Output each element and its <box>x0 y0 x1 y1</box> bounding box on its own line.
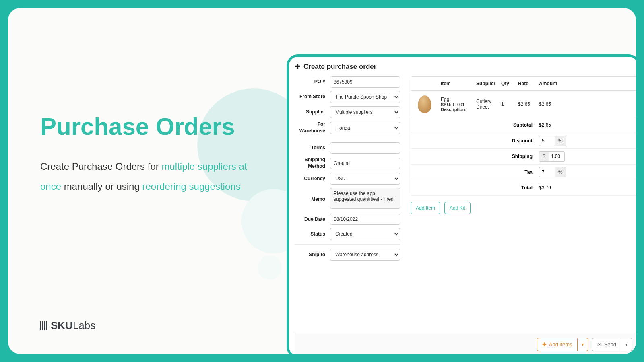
table-row[interactable]: Egg SKU: E-001 Description: Cutlery Dire… <box>411 91 636 117</box>
dollar-icon[interactable]: $ <box>539 151 549 162</box>
ship-to-label: Ship to <box>295 252 330 258</box>
percent-icon[interactable]: % <box>555 167 566 177</box>
page-title: Purchase Orders <box>40 113 258 140</box>
from-store-select[interactable]: The Purple Spoon Shop <box>330 91 400 103</box>
total-value: $3.76 <box>537 183 563 193</box>
warehouse-select[interactable]: Florida <box>330 122 400 134</box>
currency-select[interactable]: USD <box>330 173 400 185</box>
tax-input[interactable] <box>539 167 555 177</box>
promo-frame: Purchase Orders Create Purchase Orders f… <box>8 8 636 354</box>
col-qty: Qty <box>499 77 516 90</box>
shipping-method-label: Shipping Method <box>295 157 330 169</box>
col-item: Item <box>438 77 474 90</box>
supplier-select[interactable]: Multiple suppliers <box>330 106 400 118</box>
total-label: Total <box>411 180 537 195</box>
discount-input[interactable] <box>539 136 555 146</box>
ship-to-select[interactable]: Warehouse address <box>330 249 400 261</box>
line-items-table: Item Supplier Qty Rate Amount Egg SKU: E… <box>411 76 636 196</box>
plus-icon: ✚ <box>542 341 547 348</box>
currency-label: Currency <box>295 176 330 182</box>
shipping-cost-label: Shipping <box>411 149 537 164</box>
marketing-copy: Purchase Orders Create Purchase Orders f… <box>40 113 258 197</box>
warehouse-label: For Warehouse <box>295 121 330 134</box>
tax-label: Tax <box>411 165 537 180</box>
due-date-label: Due Date <box>295 216 330 223</box>
item-thumbnail <box>418 95 431 113</box>
plus-icon: ✚ <box>295 62 300 71</box>
terms-input[interactable] <box>330 142 400 154</box>
decor-circle <box>258 255 282 280</box>
add-kit-button[interactable]: Add Kit <box>444 202 471 214</box>
add-item-button[interactable]: Add Item <box>411 202 440 214</box>
from-store-label: From Store <box>295 94 330 100</box>
action-bar: ✚ Add items ▾ ✉ Send ▾ <box>295 333 636 354</box>
shipping-cost-input[interactable] <box>549 151 565 162</box>
table-header: Item Supplier Qty Rate Amount <box>411 77 636 91</box>
terms-label: Terms <box>295 145 330 151</box>
col-supplier: Supplier <box>474 77 499 90</box>
col-rate: Rate <box>516 77 537 90</box>
brand-logo: SKULabs <box>40 319 95 332</box>
discount-label: Discount <box>411 133 537 148</box>
add-items-dropdown[interactable]: ▾ <box>578 338 588 351</box>
send-dropdown[interactable]: ▾ <box>621 338 632 351</box>
window-title: ✚ Create purchase order <box>295 62 636 71</box>
status-select[interactable]: Created <box>330 228 400 240</box>
col-amount: Amount <box>537 77 563 90</box>
cell-amount: $2.65 <box>537 98 563 110</box>
memo-label: Memo <box>295 196 330 203</box>
po-form: PO # From Store The Purple Spoon Shop Su… <box>295 76 400 264</box>
cell-qty: 1 <box>499 98 516 110</box>
subtotal-label: Subtotal <box>411 117 537 133</box>
line-items-panel: Item Supplier Qty Rate Amount Egg SKU: E… <box>411 76 636 214</box>
po-number-label: PO # <box>295 79 330 85</box>
barcode-icon <box>40 321 47 330</box>
cell-rate: $2.65 <box>516 98 537 110</box>
add-items-button[interactable]: ✚ Add items <box>537 338 578 351</box>
memo-textarea[interactable] <box>330 188 400 209</box>
item-name: Egg <box>441 97 471 102</box>
marketing-blurb: Create Purchase Orders for multiple supp… <box>40 156 258 197</box>
supplier-label: Supplier <box>295 109 330 115</box>
due-date-input[interactable] <box>330 214 400 225</box>
send-button[interactable]: ✉ Send <box>592 338 621 351</box>
app-window: ✚ Create purchase order PO # From Store … <box>287 54 636 354</box>
shipping-method-input[interactable] <box>330 158 400 169</box>
po-number-input[interactable] <box>330 76 400 88</box>
envelope-icon: ✉ <box>597 341 602 348</box>
cell-supplier: Cutlery Direct <box>474 95 499 113</box>
status-label: Status <box>295 231 330 238</box>
subtotal-value: $2.65 <box>537 120 563 130</box>
percent-icon[interactable]: % <box>555 136 566 146</box>
